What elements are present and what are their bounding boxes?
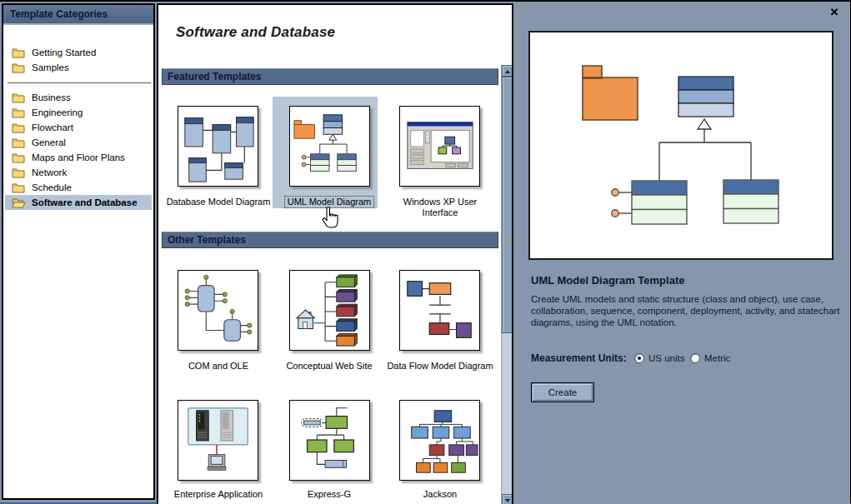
folder-icon [12,152,26,164]
measurement-units-label: Measurement Units: [531,352,627,364]
template-label-data-flow-model-diagram[interactable]: Data Flow Model Diagram [385,361,495,372]
page-title: Software and Database [176,24,335,41]
template-thumb-windows-xp-user-interface[interactable] [399,106,480,187]
sidebar-item-label: Business [32,92,71,102]
folder-open-icon [12,197,26,209]
folder-icon [12,92,26,104]
sidebar-item-engineering[interactable]: Engineering [5,105,152,120]
sidebar-title: Template Categories [3,5,153,25]
sidebar-template-categories: Template Categories Getting Started Samp… [2,3,155,500]
sidebar-item-general[interactable]: General [5,135,152,150]
data-flow-model-diagram-icon [400,271,479,350]
sidebar-item-schedule[interactable]: Schedule [5,180,152,195]
folder-icon [12,137,26,149]
express-g-icon [290,401,369,480]
conceptual-web-site-icon [290,271,369,350]
uml-model-diagram-icon [290,107,369,186]
section-header-other-templates: Other Templates [162,232,498,248]
section-header-featured-templates: Featured Templates [162,68,498,85]
jackson-icon [400,401,479,480]
template-preview-image [528,31,833,260]
sidebar-item-samples[interactable]: Samples [5,60,152,75]
close-icon[interactable]: ✕ [827,5,842,20]
create-button-focus-ring: Create [531,382,594,402]
radio-us-units-label: US units [648,353,684,363]
sidebar-item-label: General [32,137,66,147]
triangle-down-icon [505,499,510,502]
sidebar-item-label: Getting Started [32,47,96,57]
template-thumb-data-flow-model-diagram[interactable] [399,270,480,351]
folder-icon [12,47,26,59]
folder-icon [12,107,26,119]
template-chooser-window: Template Categories Getting Started Samp… [0,0,851,504]
template-label-express-g[interactable]: Express-G [274,489,384,500]
template-label-conceptual-web-site[interactable]: Conceptual Web Site [274,361,384,372]
radio-metric-label: Metric [704,353,730,363]
vertical-scrollbar[interactable] [501,65,512,504]
sidebar-item-flowchart[interactable]: Flowchart [5,120,152,135]
sidebar-item-label: Software and Database [32,197,138,207]
sidebar-item-label: Samples [32,62,69,72]
template-thumb-express-g[interactable] [289,400,370,481]
scroll-down-button[interactable] [502,494,513,504]
template-label-database-model-diagram[interactable]: Database Model Diagram [163,197,273,207]
radio-metric[interactable] [690,353,700,363]
sidebar-item-label: Schedule [32,182,72,192]
template-thumb-database-model-diagram[interactable] [178,106,258,187]
sidebar-item-label: Network [32,167,67,177]
hand-cursor-icon [321,207,339,229]
template-thumb-com-and-ole[interactable] [178,270,258,351]
template-gallery-panel: Software and Database Featured Templates [157,3,513,504]
sidebar-item-maps-and-floor-plans[interactable]: Maps and Floor Plans [5,150,152,165]
template-details-panel: ✕ [513,3,850,504]
template-thumb-uml-model-diagram[interactable] [289,106,370,187]
selected-template-label: UML Model Diagram [284,196,374,208]
create-button[interactable]: Create [533,384,593,401]
template-thumb-enterprise-application[interactable] [178,400,258,481]
enterprise-application-icon [178,401,258,480]
scroll-up-button[interactable] [502,65,513,77]
template-label-com-and-ole[interactable]: COM and OLE [163,361,273,372]
folder-icon [12,122,26,134]
sidebar-item-getting-started[interactable]: Getting Started [5,45,152,60]
sidebar-item-network[interactable]: Network [5,165,152,180]
windows-xp-user-interface-icon [400,107,479,186]
radio-us-units[interactable] [634,353,644,363]
details-description-line: diagrams, using the UML notation. [531,317,677,327]
template-label-jackson[interactable]: Jackson [385,489,495,500]
template-label-windows-xp-user-interface[interactable]: Windows XP User Interface [385,197,495,218]
template-thumb-jackson[interactable] [399,400,480,481]
template-thumb-conceptual-web-site[interactable] [289,270,370,351]
template-label-enterprise-application[interactable]: Enterprise Application [163,489,273,500]
folder-icon [12,167,26,179]
sidebar-item-label: Maps and Floor Plans [32,152,125,162]
folder-icon [12,62,26,74]
uml-preview-diagram [530,32,832,258]
sidebar-item-business[interactable]: Business [5,90,152,105]
scrollbar-thumb[interactable] [502,77,513,333]
sidebar-divider [8,82,151,83]
folder-icon [12,182,26,194]
sidebar-item-label: Flowchart [32,122,73,132]
triangle-up-icon [505,70,510,73]
database-model-diagram-icon [178,107,258,186]
details-description-line: Create UML models and static structure (… [531,294,823,304]
template-label-uml-model-diagram[interactable]: UML Model Diagram [274,197,384,207]
details-title: UML Model Diagram Template [531,274,684,287]
details-description-line: collaboration, sequence, component, depl… [531,306,840,316]
sidebar-item-software-and-database[interactable]: Software and Database [5,195,152,210]
sidebar-item-label: Engineering [32,107,83,117]
com-and-ole-icon [178,271,258,350]
